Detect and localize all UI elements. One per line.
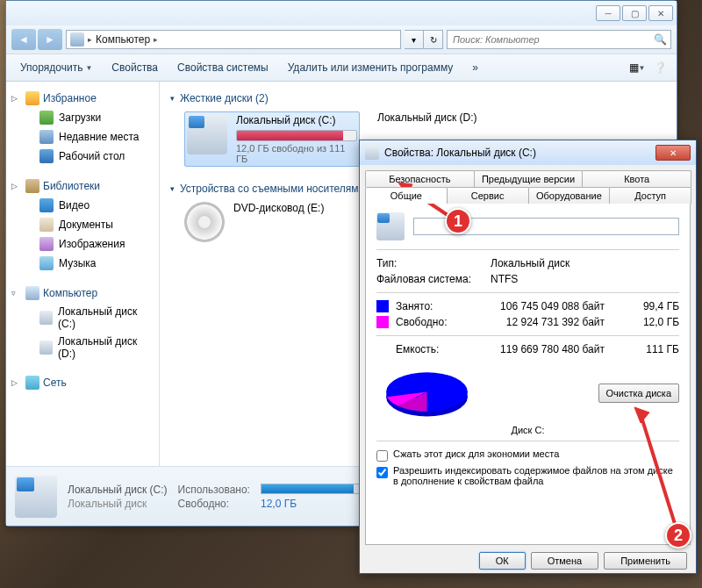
sidebar-music[interactable]: Музыка	[6, 254, 159, 273]
sidebar-disk-c[interactable]: Локальный диск (C:)	[6, 303, 159, 333]
back-button[interactable]: ◄	[11, 29, 36, 50]
music-icon	[39, 256, 54, 270]
capacity-label: Емкость:	[396, 343, 491, 355]
used-label: Занято:	[396, 300, 491, 312]
library-icon	[25, 179, 39, 193]
pie-chart	[376, 364, 477, 421]
maximize-button[interactable]: ▢	[622, 5, 647, 21]
tab-hardware[interactable]: Оборудование	[528, 187, 611, 204]
free-bytes: 12 924 731 392 байт	[491, 316, 605, 328]
sidebar-downloads[interactable]: Загрузки	[6, 108, 159, 127]
drive-d-name: Локальный диск (D:)	[377, 111, 553, 124]
view-menu[interactable]: ▦▼	[627, 58, 647, 77]
network-icon	[25, 376, 39, 390]
system-properties-button[interactable]: Свойства системы	[170, 58, 276, 77]
search-input[interactable]	[453, 34, 653, 45]
close-button[interactable]: ✕	[648, 5, 673, 21]
ok-button[interactable]: ОК	[479, 552, 526, 570]
nav-bar: ◄ ► ▸ Компьютер ▸ ▾ ↻ 🔍	[6, 25, 677, 54]
download-icon	[39, 111, 54, 125]
used-color-swatch	[376, 300, 389, 312]
help-button[interactable]: ❔	[650, 58, 670, 77]
status-used-label: Использовано:	[178, 484, 250, 496]
sidebar-network[interactable]: ▷Сеть	[6, 373, 159, 392]
properties-button[interactable]: Свойства	[104, 58, 165, 77]
sidebar-video[interactable]: Видео	[6, 196, 159, 215]
computer-icon	[25, 286, 39, 300]
sidebar-favorites[interactable]: ▷Избранное	[6, 89, 159, 108]
explorer-titlebar: ─ ▢ ✕	[6, 1, 677, 25]
drive-c-capacity-bar	[236, 130, 357, 141]
fs-value: NTFS	[491, 273, 518, 285]
toolbar: Упорядочить▼ Свойства Свойства системы У…	[6, 54, 677, 82]
status-free-label: Свободно:	[178, 498, 250, 510]
tab-quota[interactable]: Квота	[582, 170, 691, 187]
svg-marker-5	[634, 407, 649, 423]
sidebar-disk-d[interactable]: Локальный диск (D:)	[6, 333, 159, 362]
free-gb: 12,0 ГБ	[605, 316, 679, 328]
search-box[interactable]: 🔍	[447, 30, 671, 49]
status-title: Локальный диск (C:)	[68, 484, 168, 496]
index-checkbox[interactable]	[376, 467, 388, 478]
computer-icon	[70, 32, 84, 47]
sidebar-desktop[interactable]: Рабочий стол	[6, 147, 159, 166]
used-gb: 99,4 ГБ	[605, 300, 679, 312]
free-color-swatch	[376, 316, 389, 328]
image-icon	[39, 237, 54, 251]
minimize-button[interactable]: ─	[596, 5, 620, 21]
apply-button[interactable]: Применить	[604, 552, 687, 570]
status-free-value: 12,0 ГБ	[261, 498, 366, 510]
dialog-close-button[interactable]: ✕	[655, 145, 691, 161]
type-label: Тип:	[376, 257, 491, 269]
type-value: Локальный диск	[491, 257, 569, 269]
dialog-title: Свойства: Локальный диск (C:)	[384, 147, 536, 159]
tab-previous-versions[interactable]: Предыдущие версии	[474, 170, 584, 187]
window-controls: ─ ▢ ✕	[596, 5, 673, 21]
disk-icon	[39, 341, 53, 355]
history-dropdown[interactable]: ▾	[405, 30, 424, 49]
drive-c[interactable]: Локальный диск (C:) 12,0 ГБ свободно из …	[184, 111, 360, 167]
dvd-name: DVD-дисковод (E:)	[233, 202, 360, 214]
drive-icon	[187, 114, 227, 154]
capacity-gb: 111 ГБ	[605, 343, 679, 355]
search-icon: 🔍	[654, 33, 667, 46]
drive-c-name: Локальный диск (C:)	[236, 114, 357, 126]
sidebar-libraries[interactable]: ▷Библиотеки	[6, 176, 159, 196]
tab-general[interactable]: Общие	[365, 187, 448, 204]
disk-cleanup-button[interactable]: Очистка диска	[598, 384, 679, 403]
fs-label: Файловая система:	[376, 273, 491, 285]
category-hdd[interactable]: Жесткие диски (2)	[170, 92, 666, 104]
sidebar-images[interactable]: Изображения	[6, 234, 159, 254]
tab-tools[interactable]: Сервис	[447, 187, 529, 204]
video-icon	[39, 198, 54, 212]
callout-2: 2	[665, 522, 691, 549]
callout-arrow-2	[632, 404, 689, 535]
capacity-bytes: 119 669 780 480 байт	[491, 343, 605, 355]
dvd-drive[interactable]: DVD-дисковод (E:)	[184, 202, 360, 242]
used-bytes: 106 745 049 088 байт	[491, 300, 605, 312]
svg-line-4	[641, 414, 676, 527]
dialog-icon	[365, 146, 379, 160]
uninstall-button[interactable]: Удалить или изменить программу	[281, 58, 461, 77]
cancel-button[interactable]: Отмена	[531, 552, 598, 570]
breadcrumb[interactable]: ▸ Компьютер ▸	[66, 30, 401, 49]
forward-button[interactable]: ►	[38, 29, 62, 50]
free-label: Свободно:	[396, 316, 491, 328]
status-subtitle: Локальный диск	[68, 498, 168, 510]
dialog-titlebar[interactable]: Свойства: Локальный диск (C:) ✕	[360, 140, 696, 165]
callout-1: 1	[445, 208, 471, 234]
disk-icon	[39, 311, 53, 325]
document-icon	[39, 218, 54, 232]
organize-menu[interactable]: Упорядочить▼	[13, 58, 99, 77]
compress-label: Сжать этот диск для экономии места	[393, 448, 559, 459]
recent-icon	[39, 130, 54, 144]
compress-checkbox[interactable]	[376, 450, 388, 462]
overflow-menu[interactable]: »	[465, 58, 485, 77]
refresh-button[interactable]: ↻	[424, 30, 443, 49]
star-icon	[25, 91, 39, 105]
tab-sharing[interactable]: Доступ	[609, 187, 691, 204]
sidebar-computer[interactable]: ▿Компьютер	[6, 283, 159, 303]
sidebar-documents[interactable]: Документы	[6, 215, 159, 234]
desktop-icon	[39, 149, 54, 163]
sidebar-recent[interactable]: Недавние места	[6, 127, 159, 147]
